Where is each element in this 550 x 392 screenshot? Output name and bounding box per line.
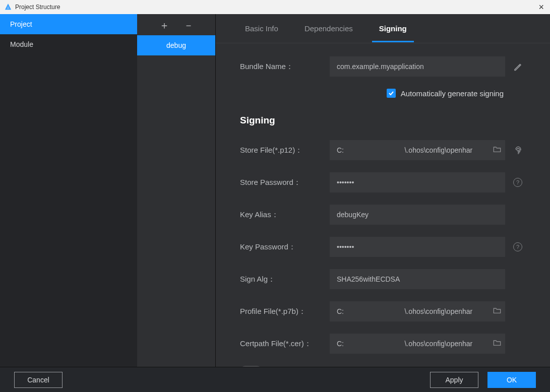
app-logo-icon [4, 3, 12, 11]
row-store-file: Store File(*.p12)： [240, 140, 535, 160]
input-wrap-certpath-file [330, 334, 505, 354]
input-wrap-sign-alg [330, 269, 505, 289]
sidebar-item-module[interactable]: Module [0, 34, 137, 54]
titlebar-left: Project Structure [4, 3, 60, 11]
remove-config-icon[interactable]: － [184, 20, 194, 30]
main-panel: Basic Info Dependencies Signing Bundle N… [216, 14, 550, 367]
profile-file-input[interactable] [330, 301, 505, 321]
row-key-password: Key Password： ? [240, 237, 535, 257]
label-profile-file: Profile File(*.p7b)： [240, 307, 330, 316]
form-area: Bundle Name： Automatically generate sign… [216, 43, 550, 367]
tab-signing[interactable]: Signing [375, 15, 411, 42]
auto-sign-label: Automatically generate signing [401, 89, 504, 98]
folder-icon[interactable] [493, 339, 501, 348]
input-wrap-bundle-name [330, 56, 505, 77]
key-password-input[interactable] [330, 237, 505, 257]
bundle-name-input[interactable] [330, 56, 505, 77]
folder-icon[interactable] [493, 146, 501, 155]
help-icon[interactable]: ? [513, 178, 522, 187]
apply-button[interactable]: Apply [430, 372, 478, 388]
label-key-password: Key Password： [240, 242, 330, 252]
config-actions: ＋ － [137, 14, 215, 35]
row-restricted-permissions: Show Restricted Permissions [240, 366, 535, 367]
row-certpath-file: Certpath File(*.cer)： [240, 334, 535, 354]
label-store-password: Store Password： [240, 178, 330, 187]
input-wrap-store-password [330, 172, 505, 192]
close-icon[interactable]: × [536, 2, 546, 13]
label-key-alias: Key Alias： [240, 210, 330, 220]
label-certpath-file: Certpath File(*.cer)： [240, 339, 330, 349]
ok-button[interactable]: OK [487, 372, 536, 388]
tab-dependencies[interactable]: Dependencies [300, 15, 357, 42]
help-icon[interactable]: ? [513, 242, 522, 251]
tab-basic-info[interactable]: Basic Info [241, 15, 282, 42]
titlebar: Project Structure × [0, 0, 550, 14]
dialog-body: Project Module ＋ － debug Basic Info Depe… [0, 14, 550, 367]
row-profile-file: Profile File(*.p7b)： [240, 301, 535, 321]
input-wrap-key-password [330, 237, 505, 257]
key-alias-input[interactable] [330, 205, 505, 225]
label-sign-alg: Sign Alg： [240, 275, 330, 284]
add-config-icon[interactable]: ＋ [159, 20, 169, 30]
footer: Cancel Apply OK [0, 367, 550, 392]
label-bundle-name: Bundle Name： [240, 62, 330, 72]
sidebar-item-project[interactable]: Project [0, 14, 137, 34]
config-column: ＋ － debug [137, 14, 216, 367]
fingerprint-icon[interactable] [513, 145, 523, 155]
tabs: Basic Info Dependencies Signing [216, 14, 550, 43]
store-file-input[interactable] [330, 140, 505, 160]
label-store-file: Store File(*.p12)： [240, 146, 330, 155]
certpath-file-input[interactable] [330, 334, 505, 354]
edit-icon[interactable] [513, 62, 522, 71]
row-bundle-name: Bundle Name： [240, 56, 535, 77]
row-key-alias: Key Alias： [240, 205, 535, 225]
input-wrap-profile-file [330, 301, 505, 321]
window-title: Project Structure [15, 4, 60, 11]
sign-alg-input[interactable] [330, 269, 505, 289]
folder-icon[interactable] [493, 307, 501, 316]
input-wrap-store-file [330, 140, 505, 160]
footer-right: Apply OK [430, 372, 536, 388]
config-item-debug[interactable]: debug [137, 35, 215, 55]
row-sign-alg: Sign Alg： [240, 269, 535, 289]
row-store-password: Store Password： ? [240, 172, 535, 192]
input-wrap-key-alias [330, 205, 505, 225]
section-title-signing: Signing [240, 115, 535, 126]
restricted-permissions-toggle[interactable] [240, 366, 262, 367]
auto-sign-checkbox[interactable] [387, 89, 396, 98]
cancel-button[interactable]: Cancel [14, 372, 63, 388]
store-password-input[interactable] [330, 172, 505, 192]
sidebar: Project Module [0, 14, 137, 367]
row-auto-sign: Automatically generate signing [240, 89, 535, 98]
